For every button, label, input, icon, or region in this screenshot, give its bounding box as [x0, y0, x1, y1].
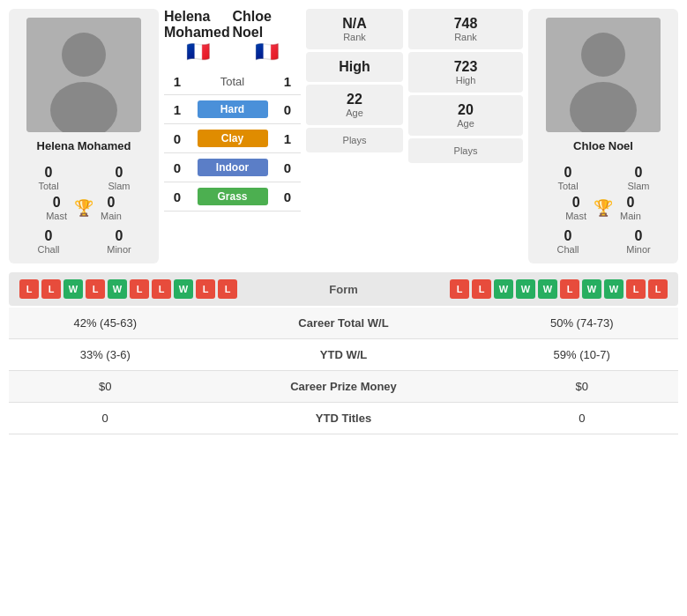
form-badge-l: L — [130, 279, 149, 299]
form-badge-l: L — [648, 279, 668, 299]
surface-stats: 1 Total 1 1 Hard 0 0 Clay — [164, 69, 301, 212]
right-mast-stat: 0 Mast — [565, 195, 586, 221]
indoor-badge: Indoor — [198, 159, 268, 176]
right-minor-stat: 0 Minor — [608, 228, 669, 255]
career-stat-row: 0YTD Titles0 — [9, 403, 678, 434]
left-minor-stat: 0 Minor — [88, 228, 150, 255]
grass-badge: Grass — [198, 188, 268, 205]
career-stats-table: 42% (45-63)Career Total W/L50% (74-73)33… — [9, 308, 678, 434]
career-stat-label: Career Prize Money — [201, 371, 485, 403]
svg-point-4 — [581, 33, 625, 77]
form-badge-l: L — [152, 279, 171, 299]
left-mast-stat: 0 Mast — [46, 195, 67, 221]
right-flag: 🇫🇷 — [255, 41, 279, 63]
right-age-block: 20 Age — [408, 95, 523, 136]
left-plays-block: Plays — [306, 128, 403, 152]
middle-section: Helena Mohamed 🇫🇷 Chloe Noel 🇫🇷 1 Total … — [164, 9, 301, 263]
right-form-badges: LLWWWLWWLL — [450, 279, 668, 299]
form-badge-l: L — [41, 279, 61, 299]
indoor-row: 0 Indoor 0 — [164, 153, 301, 182]
career-stat-row: 42% (45-63)Career Total W/L50% (74-73) — [9, 308, 678, 339]
career-stat-row: $0Career Prize Money$0 — [9, 371, 678, 403]
left-player-card: Helena Mohamed 0 Total 0 Slam 0 Mast 🏆 — [9, 9, 159, 263]
career-stat-label: YTD W/L — [201, 339, 485, 371]
career-stat-label: Career Total W/L — [201, 308, 485, 339]
left-player-name: Helena Mohamed — [37, 139, 131, 152]
hard-label: Hard — [190, 100, 274, 118]
player-header: Helena Mohamed 🇫🇷 Chloe Noel 🇫🇷 — [164, 9, 301, 63]
left-form-badges: LLWLWLLWLL — [19, 279, 237, 299]
right-trophy-row: 0 Mast 🏆 0 Main — [537, 195, 669, 221]
right-player-card: Chloe Noel 0 Total 0 Slam 0 Mast — [528, 9, 678, 263]
form-section: LLWLWLLWLL Form LLWWWLWWLL — [9, 272, 678, 306]
career-stat-label: YTD Titles — [201, 403, 485, 434]
form-badge-w: W — [582, 279, 601, 299]
form-badge-w: W — [494, 279, 513, 299]
form-badge-l: L — [218, 279, 237, 299]
right-player-avatar — [546, 18, 661, 132]
grass-label: Grass — [190, 188, 274, 205]
right-trophy-icon: 🏆 — [594, 198, 613, 218]
career-stat-left: 0 — [9, 403, 201, 434]
left-rank-block: N/A Rank — [306, 9, 403, 49]
clay-label: Clay — [190, 130, 274, 147]
main-container: Helena Mohamed 0 Total 0 Slam 0 Mast 🏆 — [0, 0, 687, 443]
right-rank-block: 748 Rank — [408, 9, 523, 49]
right-section: 748 Rank 723 High 20 Age Plays — [408, 9, 678, 263]
hard-row: 1 Hard 0 — [164, 95, 301, 124]
left-stats-col: N/A Rank High 22 Age Plays — [306, 9, 403, 263]
career-stat-left: 42% (45-63) — [9, 308, 201, 339]
form-badge-w: W — [516, 279, 535, 299]
form-badge-w: W — [604, 279, 624, 299]
right-player-name: Chloe Noel — [573, 139, 633, 152]
indoor-label: Indoor — [190, 159, 274, 176]
right-stats-col: 748 Rank 723 High 20 Age Plays — [408, 9, 523, 263]
left-main-stat: 0 Main — [101, 195, 122, 221]
left-player-stats: 0 Total 0 Slam — [18, 165, 150, 191]
left-trophy-icon: 🏆 — [74, 198, 93, 218]
form-label: Form — [329, 283, 358, 296]
form-badge-w: W — [538, 279, 557, 299]
left-slam-stat: 0 Slam — [88, 165, 150, 191]
total-label: Total — [190, 75, 274, 88]
grass-row: 0 Grass 0 — [164, 182, 301, 212]
career-stat-left: 33% (3-6) — [9, 339, 201, 371]
form-badge-l: L — [450, 279, 469, 299]
career-stat-row: 33% (3-6)YTD W/L59% (10-7) — [9, 339, 678, 371]
hard-badge: Hard — [198, 100, 268, 118]
right-main-stat: 0 Main — [620, 195, 641, 221]
top-section: Helena Mohamed 0 Total 0 Slam 0 Mast 🏆 — [9, 9, 678, 263]
left-trophy-row: 0 Mast 🏆 0 Main — [18, 195, 150, 221]
right-plays-block: Plays — [408, 138, 523, 163]
svg-point-1 — [62, 33, 106, 77]
right-name-block: Chloe Noel 🇫🇷 — [233, 9, 302, 63]
form-badge-w: W — [108, 279, 127, 299]
right-chall-minor: 0 Chall 0 Minor — [537, 228, 669, 255]
career-stat-right: 0 — [486, 403, 678, 434]
left-high-block: High — [306, 52, 403, 82]
career-stat-right: 50% (74-73) — [486, 308, 678, 339]
career-stat-right: 59% (10-7) — [486, 339, 678, 371]
form-badge-l: L — [472, 279, 491, 299]
left-flag: 🇫🇷 — [186, 41, 210, 63]
clay-row: 0 Clay 1 — [164, 124, 301, 153]
right-chall-stat: 0 Chall — [537, 228, 599, 255]
left-total-stat: 0 Total — [18, 165, 79, 191]
career-stat-left: $0 — [9, 371, 201, 403]
left-name-block: Helena Mohamed 🇫🇷 — [164, 9, 233, 63]
form-badge-l: L — [86, 279, 105, 299]
clay-badge: Clay — [198, 130, 268, 147]
career-stat-right: $0 — [486, 371, 678, 403]
right-slam-stat: 0 Slam — [608, 165, 669, 191]
left-player-avatar — [26, 18, 141, 132]
form-badge-l: L — [196, 279, 215, 299]
right-high-block: 723 High — [408, 52, 523, 93]
left-age-block: 22 Age — [306, 85, 403, 125]
form-badge-l: L — [560, 279, 579, 299]
left-chall-minor: 0 Chall 0 Minor — [18, 228, 150, 255]
form-badge-w: W — [174, 279, 193, 299]
form-badge-w: W — [63, 279, 83, 299]
form-badge-l: L — [19, 279, 39, 299]
form-badge-l: L — [626, 279, 646, 299]
right-total-stat: 0 Total — [537, 165, 599, 191]
